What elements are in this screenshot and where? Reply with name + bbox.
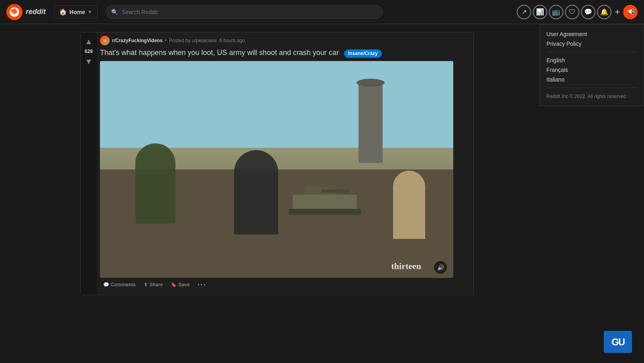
post-flair[interactable]: Insane/Crazy [344, 49, 382, 58]
sidebar-divider-1 [546, 52, 637, 52]
post-container: ▲ 628 ▼ r/ r/CrazyFuckingVideos • Posted… [80, 32, 474, 295]
upvote-button[interactable]: ▲ [83, 36, 94, 47]
save-button[interactable]: 🔖 Save [167, 279, 193, 290]
megaphone-icon: 📢 [626, 8, 634, 16]
post-card: ▲ 628 ▼ r/ r/CrazyFuckingVideos • Posted… [80, 32, 474, 295]
post-title: That's what happens when you loot, US ar… [100, 48, 470, 58]
chat-icon-button[interactable]: 💬 [581, 5, 595, 19]
svg-point-3 [15, 10, 16, 12]
trending-icon-button[interactable]: ↗ [517, 5, 531, 19]
brand-logo-gadgetsToUse: GU [604, 331, 636, 355]
comments-label: Comments [111, 282, 136, 288]
separator: • [165, 38, 167, 43]
language-french[interactable]: Français [546, 67, 637, 73]
brand-logo-text: GU [611, 336, 624, 348]
navbar-actions: ↗ 📊 📺 🛡 💬 🔔 + 📢 [517, 5, 638, 19]
volume-icon: 🔊 [437, 264, 444, 271]
post-body: r/ r/CrazyFuckingVideos • Posted by u/pe… [97, 33, 473, 295]
downvote-button[interactable]: ▼ [83, 56, 94, 67]
chart-icon: 📊 [536, 8, 544, 16]
create-post-button[interactable]: + [613, 5, 622, 19]
home-dropdown-button[interactable]: 🏠 Home ▼ [54, 5, 98, 18]
home-icon: 🏠 [59, 8, 67, 16]
notifications-icon-button[interactable]: 🔔 [597, 5, 611, 19]
video-scene [100, 61, 453, 278]
shield-icon-button[interactable]: 🛡 [565, 5, 579, 19]
tank-barrel [321, 190, 349, 193]
svg-point-6 [14, 8, 15, 9]
language-english[interactable]: English [546, 57, 637, 63]
time-ago: 6 hours ago [219, 38, 245, 43]
advertise-button[interactable]: 📢 [623, 5, 638, 19]
reddit-circle-logo [6, 4, 22, 20]
subreddit-avatar-inner: r/ [100, 36, 110, 45]
subreddit-name[interactable]: r/CrazyFuckingVideos [112, 38, 163, 43]
reddit-logo[interactable]: reddit [6, 4, 46, 20]
chevron-down-icon: ▼ [88, 9, 92, 15]
sky-background [100, 61, 453, 148]
share-icon: ⬆ [144, 282, 148, 288]
post-meta: r/ r/CrazyFuckingVideos • Posted by u/pe… [100, 36, 470, 45]
tv-icon: 📺 [552, 8, 560, 16]
video-content: thirteen 🔊 [100, 61, 453, 278]
language-italian[interactable]: Italiano [546, 76, 637, 83]
bell-icon: 🔔 [600, 8, 608, 16]
person-right-silhouette [393, 171, 425, 239]
privacy-policy-link[interactable]: Privacy Policy [546, 41, 637, 47]
post-media[interactable]: thirteen 🔊 [100, 61, 453, 278]
sidebar-divider-2 [546, 88, 637, 88]
stats-icon-button[interactable]: 📊 [533, 5, 547, 19]
sidebar-footer: User Agreement Privacy Policy English Fr… [540, 24, 644, 106]
navbar: reddit 🏠 Home ▼ 🔍 ↗ 📊 📺 🛡 💬 🔔 + 📢 [0, 0, 644, 24]
tank-shape [285, 181, 365, 213]
share-label: Share [149, 282, 163, 288]
person-center-silhouette [234, 150, 278, 235]
comments-button[interactable]: 💬 Comments [100, 279, 139, 290]
shield-icon: 🛡 [569, 8, 575, 16]
chat-icon: 💬 [584, 8, 592, 16]
search-icon: 🔍 [111, 9, 118, 15]
user-agreement-link[interactable]: User Agreement [546, 31, 637, 37]
tank-tracks [289, 209, 361, 215]
brand-logo-box: GU [604, 331, 632, 353]
search-bar: 🔍 [106, 5, 383, 19]
trending-icon: ↗ [522, 8, 527, 16]
share-button[interactable]: ⬆ Share [141, 279, 166, 290]
cylinder-structure [359, 83, 383, 163]
video-icon-button[interactable]: 📺 [549, 5, 563, 19]
save-label: Save [178, 282, 190, 288]
reddit-brand-text: reddit [26, 8, 46, 16]
svg-point-4 [11, 9, 13, 11]
vote-column: ▲ 628 ▼ [81, 33, 97, 295]
home-label: Home [69, 9, 85, 15]
save-icon: 🔖 [171, 282, 177, 288]
subreddit-avatar: r/ [100, 36, 110, 45]
post-actions: 💬 Comments ⬆ Share 🔖 Save • • • [100, 278, 470, 292]
volume-button[interactable]: 🔊 [434, 261, 447, 274]
copyright-text: Reddit Inc © 2022. All rights reserved [546, 94, 626, 99]
post-title-text: That's what happens when you loot, US ar… [100, 49, 339, 57]
more-icon: • • • [198, 282, 205, 288]
vote-count: 628 [85, 49, 93, 54]
cylinder-top [357, 79, 385, 87]
comments-icon: 💬 [103, 282, 109, 288]
search-input[interactable] [106, 5, 383, 19]
video-watermark: thirteen [391, 261, 421, 271]
posted-by: Posted by u/peseoane [169, 38, 217, 43]
person-left-silhouette [135, 143, 175, 224]
more-button[interactable]: • • • [194, 279, 208, 290]
